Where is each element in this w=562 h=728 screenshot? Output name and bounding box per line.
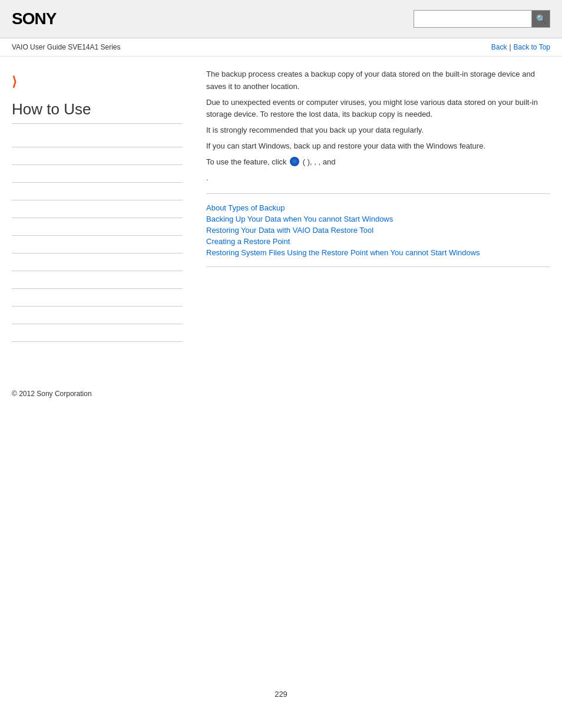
link-creating-restore[interactable]: Creating a Restore Point <box>206 237 290 246</box>
para-1: The backup process creates a backup copy… <box>206 68 550 93</box>
list-item[interactable] <box>12 271 183 289</box>
nav-separator: | <box>509 43 511 51</box>
link-about-types[interactable]: About Types of Backup <box>206 203 285 212</box>
list-item: Creating a Restore Point <box>206 237 550 246</box>
sony-logo: SONY <box>12 9 56 28</box>
link-restoring-vaio[interactable]: Restoring Your Data with VAIO Data Resto… <box>206 226 373 235</box>
list-item[interactable] <box>12 200 183 218</box>
related-links: About Types of Backup Backing Up Your Da… <box>206 203 550 257</box>
list-item: About Types of Backup <box>206 203 550 212</box>
list-item[interactable] <box>12 324 183 342</box>
link-restoring-system[interactable]: Restoring System Files Using the Restore… <box>206 248 480 257</box>
search-button[interactable]: 🔍 <box>531 10 550 28</box>
content-divider-top <box>206 193 550 194</box>
back-to-top-link[interactable]: Back to Top <box>514 43 550 51</box>
para-3: It is strongly recommended that you back… <box>206 124 550 137</box>
breadcrumb-bar: VAIO User Guide SVE14A1 Series Back | Ba… <box>0 38 562 57</box>
article-content: The backup process creates a backup copy… <box>194 68 550 342</box>
list-item[interactable] <box>12 253 183 271</box>
list-item: Backing Up Your Data when You cannot Sta… <box>206 215 550 223</box>
search-icon: 🔍 <box>536 14 546 24</box>
sidebar-title: How to Use <box>12 100 183 124</box>
list-item: Restoring Your Data with VAIO Data Resto… <box>206 226 550 235</box>
list-item[interactable] <box>12 165 183 183</box>
sidebar: ⟩ How to Use <box>12 68 194 342</box>
sidebar-nav <box>12 130 183 342</box>
main-content: ⟩ How to Use The backup process creates … <box>0 57 562 354</box>
chevron-right-icon: ⟩ <box>12 74 183 90</box>
nav-links: Back | Back to Top <box>491 43 550 51</box>
list-item[interactable] <box>12 183 183 200</box>
list-item[interactable] <box>12 289 183 307</box>
para-2: Due to unexpected events or computer vir… <box>206 97 550 121</box>
content-divider-bottom <box>206 266 550 267</box>
page-header: SONY 🔍 <box>0 0 562 38</box>
para-5-end: . <box>206 172 550 185</box>
link-backing-up[interactable]: Backing Up Your Data when You cannot Sta… <box>206 215 393 223</box>
list-item: Restoring System Files Using the Restore… <box>206 248 550 257</box>
list-item[interactable] <box>12 236 183 253</box>
list-item[interactable] <box>12 147 183 165</box>
search-area: 🔍 <box>414 10 550 28</box>
page-number: 229 <box>263 678 299 710</box>
para-5: To use the feature, click ( ), , , and <box>206 156 550 169</box>
para-4: If you can start Windows, back up and re… <box>206 140 550 153</box>
breadcrumb-guide: VAIO User Guide SVE14A1 Series <box>12 43 121 51</box>
page-footer: © 2012 Sony Corporation <box>0 377 562 410</box>
list-item[interactable] <box>12 218 183 236</box>
back-link[interactable]: Back <box>491 43 507 51</box>
search-input[interactable] <box>414 10 531 28</box>
copyright-text: © 2012 Sony Corporation <box>12 390 92 398</box>
windows-start-icon <box>290 157 299 166</box>
list-item[interactable] <box>12 130 183 147</box>
list-item[interactable] <box>12 307 183 324</box>
